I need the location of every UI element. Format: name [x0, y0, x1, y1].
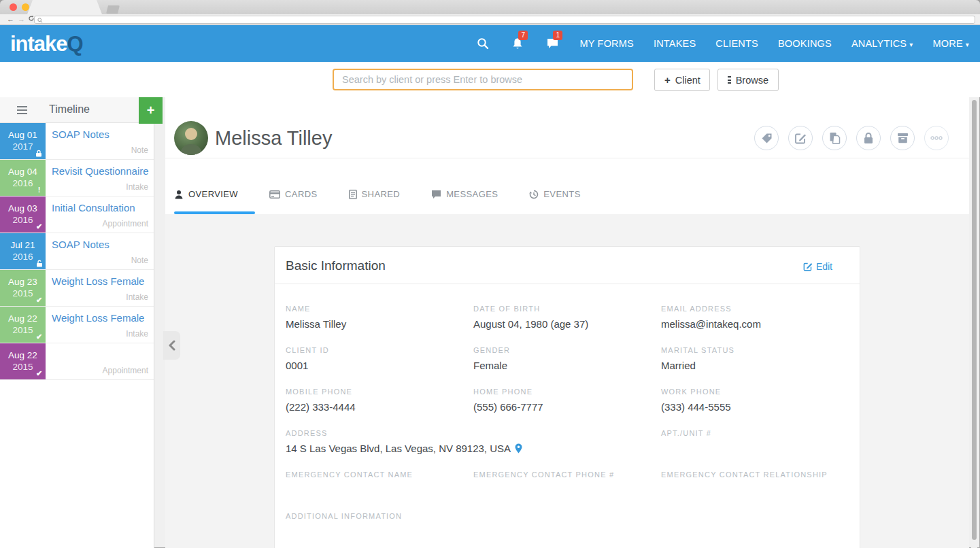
tag-button[interactable] [754, 126, 779, 150]
forward-icon[interactable]: → [18, 14, 25, 24]
timeline-entry[interactable]: Aug 222015 ✔ Weight Loss Female Intake [0, 307, 154, 343]
url-input[interactable] [34, 16, 975, 24]
check-icon: ✔ [35, 370, 43, 377]
tab-messages[interactable]: MESSAGES [431, 189, 498, 199]
field-additional-information: ADDITIONAL INFORMATION [286, 512, 675, 538]
edit-basic-info-link[interactable]: Edit [803, 261, 832, 272]
notifications-bell-icon[interactable]: 7 [510, 36, 525, 51]
client-tabs: OVERVIEW CARDS SHARED MESSAGES EVENTS [165, 158, 969, 214]
browser-window: ← → intakeQ 7 1 MY FORMS INTAKES CLIENTS… [0, 0, 980, 548]
copy-icon [829, 132, 841, 144]
entry-title[interactable]: SOAP Notes [52, 239, 109, 250]
entry-title[interactable]: Revisit Questionnaire [52, 165, 149, 177]
field-name: NAMEMelissa Tilley [286, 305, 473, 330]
tab-events[interactable]: EVENTS [529, 189, 580, 199]
client-header: Melissa Tilley [165, 97, 969, 158]
timeline-entry[interactable]: Aug 012017 SOAP Notes Note [0, 123, 154, 160]
entry-type: Appointment [103, 366, 148, 375]
entry-type: Note [131, 145, 148, 155]
add-client-button[interactable]: + Client [654, 69, 710, 91]
lock-icon [35, 150, 43, 157]
entry-title[interactable]: SOAP Notes [52, 129, 109, 140]
field-client-id: CLIENT ID0001 [286, 346, 473, 372]
exclamation-icon: ! [35, 186, 43, 194]
archive-button[interactable] [890, 126, 915, 150]
lock-button[interactable] [856, 126, 881, 150]
entry-title[interactable]: Weight Loss Female [52, 275, 144, 287]
entry-date: Aug 032016 ✔ [0, 196, 46, 233]
app-logo[interactable]: intakeQ [10, 32, 83, 56]
navbar-menu: 7 1 MY FORMS INTAKES CLIENTS BOOKINGS AN… [475, 25, 969, 62]
scrollbar-thumb[interactable] [972, 100, 977, 540]
lock-icon [863, 132, 874, 144]
search-icon[interactable] [475, 36, 490, 51]
client-panel: Melissa Tilley [165, 97, 969, 548]
back-icon[interactable]: ← [7, 14, 14, 24]
basic-info-grid: NAMEMelissa Tilley DATE OF BIRTHAugust 0… [275, 284, 860, 538]
new-tab-button[interactable] [106, 5, 120, 14]
check-icon: ✔ [35, 296, 43, 304]
timeline-header: Timeline [0, 97, 154, 123]
app-navbar: intakeQ 7 1 MY FORMS INTAKES CLIENTS BOO… [0, 25, 980, 62]
more-actions-button[interactable] [924, 126, 949, 150]
timeline-entry[interactable]: Aug 032016 ✔ Initial Consultation Appoin… [0, 196, 154, 233]
field-gender: GENDERFemale [473, 346, 661, 372]
timeline-entry[interactable]: Aug 222015 ✔ Appointment [0, 343, 154, 380]
nav-item-my-forms[interactable]: MY FORMS [579, 38, 633, 49]
list-icon [728, 76, 731, 84]
nav-item-more[interactable]: MORE▾ [932, 38, 969, 49]
entry-type: Intake [126, 182, 148, 192]
nav-item-bookings[interactable]: BOOKINGS [778, 38, 832, 49]
tab-cards[interactable]: CARDS [269, 189, 318, 199]
person-icon [174, 190, 184, 199]
tab-shared[interactable]: SHARED [349, 189, 401, 199]
entry-date: Aug 222015 ✔ [0, 307, 46, 343]
browse-button[interactable]: Browse [717, 69, 779, 91]
unlock-icon [35, 260, 43, 267]
notifications-badge: 7 [518, 31, 528, 40]
entry-type: Note [131, 256, 148, 265]
avatar[interactable] [174, 121, 208, 155]
entry-type: Intake [126, 292, 148, 302]
nav-item-intakes[interactable]: INTAKES [654, 38, 696, 49]
timeline-entry[interactable]: Aug 042016 ! Revisit Questionnaire Intak… [0, 160, 154, 196]
timeline-entry[interactable]: Aug 232015 ✔ Weight Loss Female Intake [0, 270, 154, 307]
overview-content: Basic Information Edit NAMEMelissa Tille… [165, 214, 969, 548]
entry-date: Jul 212016 [0, 233, 46, 269]
tag-icon [761, 133, 773, 144]
search-row: + Client Browse [0, 62, 980, 97]
map-pin-icon[interactable] [515, 443, 522, 453]
tab-overview[interactable]: OVERVIEW [174, 189, 238, 199]
field-emergency-contact-phone: EMERGENCY CONTACT PHONE # [473, 470, 661, 496]
entry-date: Aug 012017 [0, 123, 46, 159]
field-apt-unit: APT./UNIT # [661, 429, 849, 455]
entry-type: Intake [126, 329, 148, 339]
client-search-input[interactable] [333, 69, 633, 90]
browser-tab[interactable] [27, 0, 102, 14]
archive-icon [897, 133, 909, 143]
timeline-sidebar: Timeline Aug 012017 SOAP Notes Note Aug … [0, 97, 154, 548]
edit-icon [803, 262, 813, 271]
field-mobile-phone: MOBILE PHONE(222) 333-4444 [286, 388, 473, 413]
speech-bubble-icon [431, 190, 441, 199]
field-emergency-contact-relationship: EMERGENCY CONTACT RELATIONSHIP [661, 470, 849, 496]
add-timeline-item-button[interactable]: + [139, 97, 163, 124]
history-icon [529, 190, 539, 199]
ellipsis-icon [930, 136, 943, 140]
messages-bubble-icon[interactable]: 1 [545, 36, 560, 51]
nav-item-clients[interactable]: CLIENTS [715, 38, 758, 49]
close-window-button[interactable] [10, 3, 17, 11]
field-home-phone: HOME PHONE(555) 666-7777 [473, 388, 661, 413]
messages-badge: 1 [553, 31, 562, 40]
timeline-entry[interactable]: Jul 212016 SOAP Notes Note [0, 233, 154, 270]
field-work-phone: WORK PHONE(333) 444-5555 [661, 388, 849, 413]
minimize-window-button[interactable] [22, 3, 29, 11]
chevron-down-icon: ▾ [966, 41, 969, 48]
entry-title[interactable]: Initial Consultation [52, 202, 135, 213]
entry-title[interactable]: Weight Loss Female [52, 312, 144, 324]
copy-button[interactable] [822, 126, 847, 150]
nav-item-analytics[interactable]: ANALYTICS▾ [851, 38, 913, 49]
edit-button[interactable] [788, 126, 813, 150]
collapse-sidebar-handle[interactable] [163, 331, 180, 360]
basic-information-card: Basic Information Edit NAMEMelissa Tille… [274, 246, 860, 548]
